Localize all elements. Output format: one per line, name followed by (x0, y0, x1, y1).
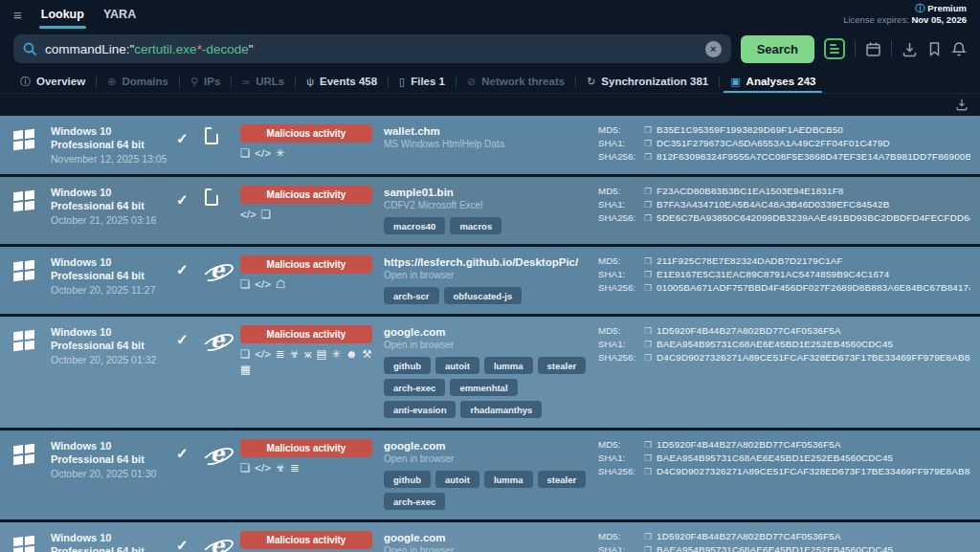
hash-line-md5: MD5:❐F23ACD80B83B3BC1EA1503E94E1831F8 (598, 186, 970, 196)
license-date: Nov 05, 2026 (911, 14, 967, 25)
bookmark-icon[interactable] (927, 41, 942, 56)
copy-icon[interactable]: ❐ (644, 532, 652, 541)
copy-icon[interactable]: ❐ (644, 213, 652, 223)
tag-github[interactable]: github (384, 357, 431, 374)
tab-lookup[interactable]: Lookup (41, 0, 84, 29)
verdict-cell: Malicious activity ❏</>✳ (240, 124, 372, 160)
hash-label: SHA1: (598, 199, 639, 210)
tag-list: arch-scrobfuscated-js (384, 287, 592, 304)
table-row[interactable]: Windows 10 Professional 64 bit November … (0, 116, 980, 174)
search-query[interactable]: commandLine:"certutil.exe*-decode" (45, 42, 697, 56)
export-download-icon[interactable] (955, 98, 969, 111)
tag-emmenhtal[interactable]: emmenhtal (450, 379, 517, 396)
tag-lumma[interactable]: lumma (484, 471, 533, 488)
search-input[interactable]: commandLine:"certutil.exe*-decode" × (13, 34, 731, 63)
analysis-subtitle: CDFV2 Microsoft Excel (384, 200, 592, 210)
hash-value: 1D5920F4B44B27A802BD77C4F0536F5A (657, 439, 841, 450)
copy-icon[interactable]: ❐ (644, 283, 652, 293)
results-tab-label: Overview (36, 76, 85, 87)
calendar-icon[interactable] (865, 41, 881, 57)
saved-queries-icon[interactable] (824, 38, 845, 59)
hash-line-sha1: SHA1:❐BAEA954B95731C68AE6E45BD1E252EB456… (598, 453, 970, 463)
analysis-date: October 20, 2025 11:27 (51, 284, 176, 296)
search-button[interactable]: Search (741, 35, 814, 63)
tag-macros40[interactable]: macros40 (384, 217, 445, 234)
menu-icon[interactable]: ≡ (13, 7, 22, 23)
results-tab-label: Events 458 (320, 76, 377, 87)
tab-yara[interactable]: YARA (103, 0, 136, 29)
copy-icon[interactable]: ❐ (644, 200, 652, 210)
hash-label: SHA256: (598, 282, 639, 293)
copy-icon[interactable]: ❐ (644, 256, 652, 266)
tag-arch-exec[interactable]: arch-exec (384, 379, 445, 396)
copy-icon[interactable]: ❐ (644, 270, 652, 279)
tag-autoit[interactable]: autoit (435, 471, 479, 488)
copy-icon[interactable]: ❐ (644, 326, 652, 336)
hash-line-md5: MD5:❐1D5920F4B44B27A802BD77C4F0536F5A (598, 325, 970, 336)
copy-icon[interactable]: ❐ (644, 467, 652, 476)
file-document-icon (205, 188, 218, 206)
results-tab-analyses-243[interactable]: ▣Analyses 243 (720, 70, 826, 93)
analysis-name[interactable]: google.com (384, 531, 592, 544)
copy-icon[interactable]: ❐ (644, 152, 652, 162)
tag-macros[interactable]: macros (450, 217, 501, 234)
tag-arch-exec[interactable]: arch-exec (384, 493, 445, 510)
os-cell: Windows 10 Professional 64 bit November … (13, 124, 176, 165)
hash-line-sha1: SHA1:❐B7FA3A434710EA5B4AC48A3B46D0339EFC… (598, 199, 970, 210)
bell-icon[interactable] (951, 41, 967, 57)
tasks-icon: ≣ (276, 348, 285, 361)
verdict-badge: Malicious activity (240, 325, 372, 343)
tag-lumma[interactable]: lumma (484, 357, 533, 374)
table-row[interactable]: Windows 10 Professional 64 bit October 2… (0, 431, 980, 519)
table-row[interactable]: Windows 10 Professional 64 bit October 2… (0, 317, 980, 428)
analyses-icon: ▣ (730, 76, 740, 88)
analysis-name[interactable]: sample01.bin (384, 186, 592, 199)
tag-arch-scr[interactable]: arch-scr (384, 287, 439, 304)
analysis-subtitle: MS Windows HtmlHelp Data (384, 139, 592, 149)
analysis-name[interactable]: google.com (384, 325, 592, 339)
clear-icon[interactable]: × (705, 41, 722, 57)
analysis-subtitle: Open in browser (384, 453, 592, 464)
analysis-name[interactable]: google.com (384, 439, 592, 453)
premium-info-icon[interactable]: ⓘ (915, 3, 924, 13)
table-row[interactable]: Windows 10 Professional 64 bit October 2… (0, 522, 980, 552)
internet-explorer-icon: e (205, 534, 230, 552)
copy-icon[interactable]: ❐ (644, 440, 652, 450)
copy-icon[interactable]: ❐ (644, 453, 652, 463)
query-segment: certutil.exe (134, 42, 196, 56)
os-name: Windows 10 Professional 64 bit (51, 186, 176, 212)
hash-line-sha256: SHA256:❐5DE6C7BA93850C642099DB3239AAE491… (598, 212, 970, 223)
copy-icon[interactable]: ❐ (644, 545, 652, 552)
launch-type-cell: e (205, 258, 240, 281)
results-tab-overview[interactable]: ⓘOverview (10, 70, 96, 93)
table-row[interactable]: Windows 10 Professional 64 bit October 2… (0, 177, 980, 244)
analysis-name[interactable]: wallet.chm (384, 124, 592, 138)
os-name: Windows 10 Professional 64 bit (51, 325, 176, 352)
copy-icon[interactable]: ❐ (644, 187, 652, 196)
analyses-table: Windows 10 Professional 64 bit November … (0, 116, 980, 552)
download-icon[interactable] (902, 41, 918, 57)
copy-icon[interactable]: ❐ (644, 340, 652, 349)
tag-rhadamanthys[interactable]: rhadamanthys (460, 401, 542, 418)
tag-autoit[interactable]: autoit (435, 357, 479, 374)
tag-github[interactable]: github (384, 471, 431, 488)
activity-icons: ❏</>☖ (240, 278, 372, 291)
hash-label: SHA256: (598, 151, 639, 162)
verdict-cell: Malicious activity ❏</>☖ (240, 255, 372, 291)
tag-obfuscated-js[interactable]: obfuscated-js (444, 287, 523, 304)
hash-value: D4C9D9027326271A89CE51FCAF328ED673F17BE3… (657, 352, 970, 363)
tag-anti-evasion[interactable]: anti-evasion (384, 401, 456, 418)
results-tab-events-458[interactable]: ψEvents 458 (296, 70, 388, 93)
tag-stealer[interactable]: stealer (538, 471, 587, 488)
results-tab-files-1[interactable]: ▯Files 1 (389, 70, 456, 93)
copy-icon[interactable]: ❐ (644, 125, 652, 135)
pin-icon: ⚲ (190, 76, 198, 88)
tag-stealer[interactable]: stealer (538, 357, 587, 374)
hash-line-sha256: SHA256:❐01005BA671ADF757BBD4F456DF027F26… (598, 282, 970, 293)
table-row[interactable]: Windows 10 Professional 64 bit October 2… (0, 247, 980, 314)
copy-icon[interactable]: ❐ (644, 353, 652, 363)
copy-icon[interactable]: ❐ (644, 139, 652, 148)
analysis-name[interactable]: https://lesferch.github.io/DesktopPic/ (384, 255, 592, 269)
results-tab-synchronization-381[interactable]: ↻Synchronization 381 (576, 70, 719, 93)
verdict-badge: Malicious activity (240, 255, 372, 274)
